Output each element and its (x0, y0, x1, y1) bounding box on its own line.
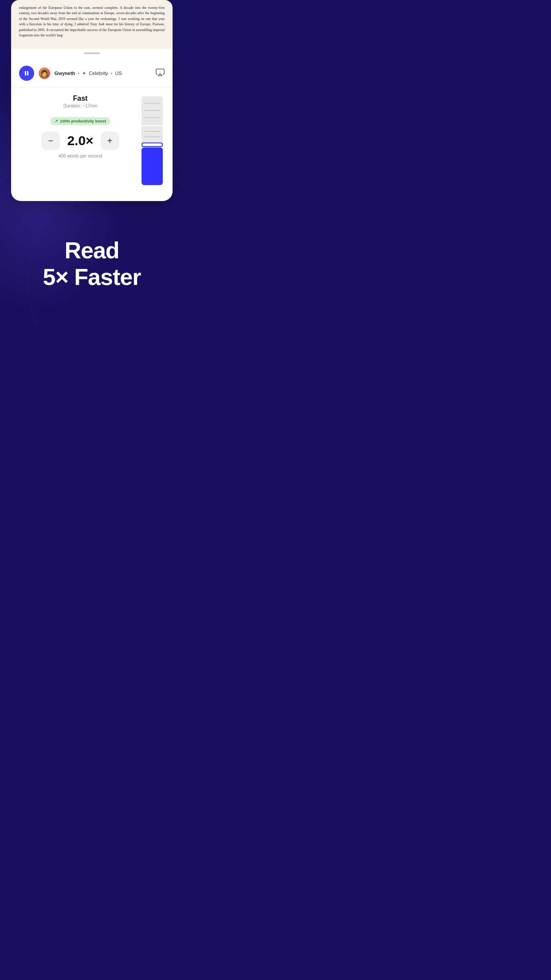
slider-segment-top (142, 96, 163, 125)
book-text-area: enlargement of the European Union to the… (11, 0, 173, 49)
bottom-sheet: 👩 Gwyneth • ✦ Celebrity • US (11, 49, 173, 201)
separator-2: • (111, 71, 113, 76)
scroll-handle (84, 52, 100, 54)
speed-value: 2.0× (67, 133, 93, 148)
voice-type: Celebrity (89, 71, 108, 76)
svg-marker-0 (158, 74, 162, 76)
celebrity-icon: ✦ (82, 71, 86, 76)
voice-info: Gwyneth • ✦ Celebrity • US (55, 71, 151, 76)
voice-name: Gwyneth (55, 71, 75, 76)
slider-line (144, 131, 160, 132)
slider-line (144, 103, 160, 104)
hero-line1: Read (43, 237, 141, 264)
speed-label: Fast (73, 95, 88, 103)
voice-avatar: 👩 (39, 67, 50, 79)
hero-line2: 5× Faster (43, 264, 141, 291)
slider-line (144, 136, 160, 137)
book-text: enlargement of the European Union to the… (19, 5, 165, 38)
speed-panel: Fast Duration: ~17min ↗ 100% productivit… (11, 87, 173, 192)
voice-region: US (115, 71, 122, 76)
slider-line (144, 110, 160, 111)
speed-controls: − 2.0× + (41, 131, 119, 150)
words-per-second: 400 words per second (59, 154, 102, 158)
speed-controls-area: Fast Duration: ~17min ↗ 100% productivit… (20, 95, 141, 158)
productivity-arrow: ↗ (55, 119, 58, 123)
separator-1: • (78, 71, 79, 76)
productivity-text: 100% productivity boost (60, 119, 106, 123)
duration-label: Duration: ~17min (63, 103, 97, 108)
slider-active-segment (142, 147, 163, 185)
pause-button[interactable] (19, 66, 34, 81)
slider-segment-mid (142, 126, 163, 142)
slider-handle[interactable] (142, 142, 163, 147)
decrease-speed-button[interactable]: − (41, 131, 60, 150)
increase-speed-button[interactable]: + (101, 131, 119, 150)
productivity-badge: ↗ 100% productivity boost (50, 117, 110, 125)
slider-track (142, 96, 163, 185)
airplay-icon[interactable] (156, 68, 165, 79)
voice-bar: 👩 Gwyneth • ✦ Celebrity • US (11, 59, 173, 87)
slider-line (144, 117, 160, 118)
pause-icon (25, 71, 28, 75)
speed-slider[interactable] (141, 95, 164, 185)
